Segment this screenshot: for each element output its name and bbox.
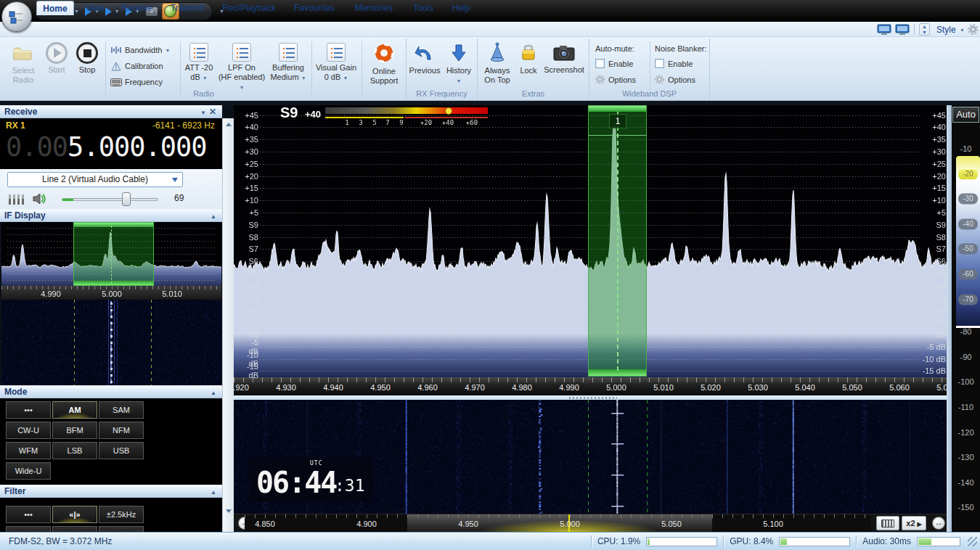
palette-handle[interactable]: -30 <box>958 194 978 205</box>
mode-button-sam[interactable]: SAM <box>99 401 144 419</box>
palette-handle-20[interactable]: -20 <box>957 168 979 180</box>
mode-button-nfm[interactable]: NFM <box>99 422 144 439</box>
zoom-x2-button[interactable]: x2 ▶ <box>902 516 926 530</box>
divider <box>856 535 857 548</box>
ruler-frequency-label: 4.940 <box>323 383 343 392</box>
online-support-button[interactable]: OnlineSupport <box>364 41 404 89</box>
equalizer-icon[interactable] <box>9 194 25 205</box>
calibration-button[interactable]: Calibration <box>110 59 163 73</box>
pan-right-button[interactable]: ↔ <box>932 517 945 530</box>
tab-memories[interactable]: Memories <box>347 1 401 15</box>
monitor-2-icon[interactable] <box>895 24 910 36</box>
speaker-icon[interactable] <box>32 192 48 205</box>
mode-button-bfm[interactable]: BFM <box>52 422 97 439</box>
filter-button-30khz[interactable]: ±3.0kHz <box>6 526 51 532</box>
mode-button-am[interactable]: AM <box>52 401 97 419</box>
if-box-center-line <box>111 226 112 284</box>
if-selection-box[interactable] <box>73 222 154 286</box>
mode-button-wfm[interactable]: WFM <box>6 442 51 459</box>
palette-handle[interactable]: -60 <box>958 269 978 280</box>
volume-slider-thumb[interactable] <box>122 192 131 206</box>
tab-receive[interactable]: Receive <box>115 1 160 15</box>
palette-auto-button[interactable]: Auto <box>952 107 979 123</box>
mode-button-lsb[interactable]: LSB <box>52 442 97 459</box>
panel-close-icon[interactable]: ✕ <box>209 107 219 117</box>
if-waterfall-display[interactable] <box>1 300 221 385</box>
collapse-icon[interactable]: ▲ <box>211 390 219 396</box>
divider <box>723 535 724 548</box>
audio-device-select[interactable]: Line 2 (Virtual Audio Cable) <box>7 172 183 187</box>
ruler-frequency-label: 5.040 <box>795 383 815 392</box>
palette-handle[interactable]: -50 <box>958 244 978 255</box>
frequency-button[interactable]: Frequency <box>110 75 163 89</box>
filter-button-40khz[interactable]: ±4.0kHz <box>99 526 144 532</box>
history-button[interactable]: History▼ <box>443 41 475 89</box>
auto-mute-enable-checkbox[interactable]: Enable <box>595 59 636 68</box>
tab-view[interactable]: View <box>77 1 113 15</box>
keyboard-entry-button[interactable] <box>876 516 899 530</box>
expand-collapse-chevrons-icon[interactable]: ▲▼ <box>919 23 930 36</box>
waterfall-palette-strip: Auto -10-20-30-40-50-60-70-80-90-100-110… <box>952 105 980 532</box>
visual-gain-button[interactable]: Visual Gain0 dB ▼ <box>314 41 359 89</box>
scroll-down-icon[interactable] <box>226 509 232 513</box>
auto-mute-section: Auto-mute: Enable Options <box>595 44 636 84</box>
filter-button-more[interactable]: ••• <box>6 506 51 523</box>
tab-transmit[interactable]: Transmit <box>163 1 212 15</box>
smeter-scale-label: 5 <box>372 119 376 126</box>
resize-grip[interactable] <box>968 537 977 546</box>
band-overview-scale[interactable]: 4.8504.9004.9505.0005.0505.100 <box>245 514 871 533</box>
lpf-button[interactable]: LPF On(HF enabled) ▼ <box>218 41 266 89</box>
palette-scale-label: -140 <box>952 478 980 487</box>
marker-top-handle[interactable] <box>589 106 646 112</box>
frequency-display[interactable]: 0.005.000.000 <box>6 131 207 163</box>
palette-handle[interactable]: -70 <box>958 294 978 305</box>
tab-favourites[interactable]: Favourites <box>287 1 341 15</box>
panel-dropdown-icon[interactable]: ▼ <box>200 110 209 116</box>
noise-blanker-enable-checkbox[interactable]: Enable <box>655 59 707 68</box>
always-on-top-button[interactable]: AlwaysOn Top <box>481 41 514 89</box>
stop-button[interactable]: Stop <box>73 41 102 89</box>
settings-gear-icon[interactable] <box>968 24 979 35</box>
main-frequency-ruler[interactable]: 4.9204.9304.9404.9504.9604.9704.9804.990… <box>234 377 948 395</box>
spectrum-y-label: +15 <box>240 184 258 192</box>
monitor-1-icon[interactable] <box>877 24 891 36</box>
buffering-button[interactable]: BufferingMedium ▼ <box>267 41 309 89</box>
application-menu-orb[interactable] <box>1 1 32 32</box>
filter-button-passband[interactable]: «|» <box>52 506 97 523</box>
spectrum-y-label: S6 <box>240 257 258 266</box>
filter-button-25khz[interactable]: ±2.5kHz <box>99 506 144 523</box>
screenshot-button[interactable]: Screenshot <box>542 41 587 89</box>
tab-rec-playback[interactable]: Rec/Playback <box>216 1 282 15</box>
att-button[interactable]: ATT -20dB ▼ <box>181 41 216 89</box>
lock-button[interactable]: Lock <box>515 41 542 89</box>
previous-frequency-button[interactable]: Previous <box>408 41 441 89</box>
checkbox-icon <box>655 59 664 68</box>
left-panel-scrollbar[interactable] <box>222 118 234 532</box>
style-dropdown-chevron-icon[interactable]: ▼ <box>960 28 965 33</box>
rx1-tuning-marker[interactable]: 1 <box>588 105 647 377</box>
tab-tools[interactable]: Tools <box>407 1 440 15</box>
volume-slider-track[interactable] <box>62 198 158 201</box>
ruler-frequency-label: 5.020 <box>701 383 721 392</box>
collapse-icon[interactable]: ▲ <box>211 489 219 496</box>
scroll-up-icon[interactable] <box>226 123 232 126</box>
noise-blanker-options-button[interactable]: Options <box>655 75 707 84</box>
ribbon: Select Radio Start Stop Bandwidth▼ Calib… <box>0 37 980 101</box>
bandwidth-button[interactable]: Bandwidth▼ <box>110 43 170 57</box>
spectrum-y-label: +25 <box>922 160 946 168</box>
palette-handle[interactable]: -40 <box>958 218 978 229</box>
ruler-frequency-label: 5.010 <box>653 383 674 392</box>
mode-button-usb[interactable]: USB <box>99 442 144 459</box>
auto-mute-options-button[interactable]: Options <box>595 75 636 84</box>
mode-button-wideu[interactable]: Wide-U <box>6 462 51 480</box>
mode-button-cwu[interactable]: CW-U <box>6 422 51 439</box>
mode-button-more[interactable]: ••• <box>6 401 51 419</box>
filter-button-35khz[interactable]: ±3.5kHz <box>52 526 97 532</box>
tab-home[interactable]: Home <box>36 1 74 15</box>
start-button[interactable]: Start <box>42 41 71 89</box>
tab-help[interactable]: Help <box>444 1 478 15</box>
select-radio-button[interactable]: Select Radio <box>4 41 42 89</box>
status-meters: CPU: 1.9% GPU: 8.4% Audio: 30ms <box>591 535 977 548</box>
collapse-icon[interactable]: ▲ <box>211 213 219 220</box>
style-menu[interactable]: Style <box>936 25 956 35</box>
